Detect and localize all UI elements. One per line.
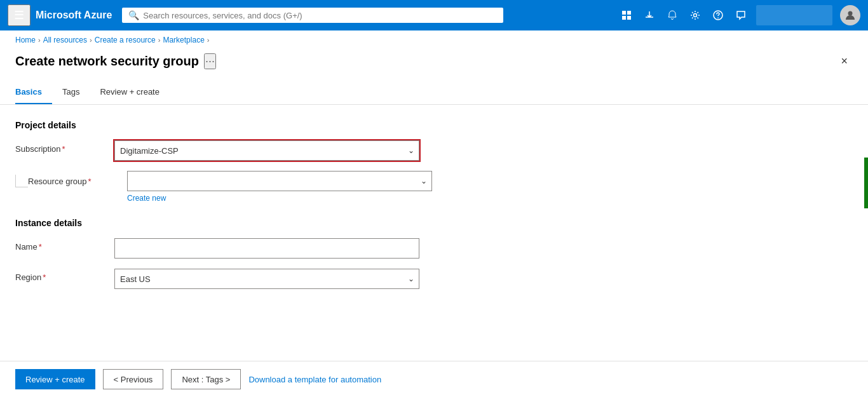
next-tags-button[interactable]: Next : Tags > <box>171 369 241 389</box>
region-required-marker: * <box>43 273 46 282</box>
topnav: ☰ Microsoft Azure 🔍 <box>0 0 868 30</box>
instance-details-section-title: Instance details <box>15 218 853 228</box>
green-status-indicator <box>864 158 868 208</box>
account-bar[interactable] <box>756 5 832 25</box>
region-label: Region * <box>15 269 104 282</box>
subscription-required-marker: * <box>62 144 65 154</box>
azure-logo: Microsoft Azure <box>36 10 112 21</box>
region-select[interactable]: East US West US East US 2 West Europe <box>114 269 419 289</box>
subscription-form-group: Subscription * Digitamize-CSP ⌄ <box>15 140 853 161</box>
region-form-group: Region * East US West US East US 2 West … <box>15 269 853 289</box>
notifications-icon-button[interactable] <box>662 6 682 24</box>
subscription-label: Subscription * <box>15 140 104 154</box>
resource-group-select-wrapper: ⌄ <box>127 171 432 191</box>
name-required-marker: * <box>39 242 42 252</box>
breadcrumb: Home › All resources › Create a resource… <box>0 30 868 50</box>
resource-group-required-marker: * <box>88 177 92 186</box>
form-content: Project details Subscription * Digitamiz… <box>0 105 868 314</box>
more-options-button[interactable]: ··· <box>204 53 216 69</box>
footer: Review + create < Previous Next : Tags >… <box>0 361 868 397</box>
svg-point-4 <box>694 14 697 17</box>
svg-rect-3 <box>627 16 631 20</box>
tabs: Basics Tags Review + create <box>0 81 868 105</box>
name-form-group: Name * <box>15 238 853 259</box>
name-input[interactable] <box>114 238 419 259</box>
download-template-link[interactable]: Download a template for automation <box>248 375 381 384</box>
breadcrumb-home[interactable]: Home <box>15 36 36 44</box>
resource-group-control-wrapper: ⌄ Create new <box>127 171 432 203</box>
instance-details-section: Instance details Name * Region * <box>15 218 853 289</box>
breadcrumb-all-resources[interactable]: All resources <box>43 36 87 44</box>
page-title-row: Create network security group ··· <box>15 53 216 69</box>
hamburger-menu-button[interactable]: ☰ <box>8 4 31 26</box>
review-create-button[interactable]: Review + create <box>15 369 95 389</box>
svg-point-6 <box>848 11 853 16</box>
region-select-wrapper: East US West US East US 2 West Europe ⌄ <box>114 269 419 289</box>
avatar[interactable] <box>840 5 860 25</box>
feedback-icon-button[interactable] <box>731 6 751 24</box>
subscription-select-wrapper: Digitamize-CSP ⌄ <box>114 140 419 161</box>
breadcrumb-create-resource[interactable]: Create a resource <box>95 36 156 44</box>
tab-tags[interactable]: Tags <box>52 81 90 104</box>
search-icon: 🔍 <box>128 10 139 20</box>
svg-rect-1 <box>627 11 631 15</box>
cloud-upload-icon-button[interactable] <box>639 6 660 24</box>
page-title: Create network security group <box>15 54 199 69</box>
name-label: Name * <box>15 238 104 252</box>
settings-icon-button[interactable] <box>685 6 705 24</box>
main-wrapper: Home › All resources › Create a resource… <box>0 30 868 397</box>
previous-button[interactable]: < Previous <box>103 369 164 389</box>
svg-rect-2 <box>622 16 626 20</box>
resource-group-label: Resource group * <box>28 171 117 187</box>
tab-basics[interactable]: Basics <box>15 81 52 104</box>
portal-icon-button[interactable] <box>616 6 637 24</box>
region-control-wrapper: East US West US East US 2 West Europe ⌄ <box>114 269 419 289</box>
page-header: Create network security group ··· × <box>0 50 868 81</box>
breadcrumb-sep-3: › <box>158 36 161 44</box>
svg-rect-0 <box>622 11 626 15</box>
create-new-link[interactable]: Create new <box>127 194 166 203</box>
subscription-select[interactable]: Digitamize-CSP <box>114 140 419 161</box>
help-icon-button[interactable] <box>708 6 728 24</box>
name-control-wrapper <box>114 238 419 259</box>
resource-group-row: Resource group * ⌄ Create new <box>15 171 853 203</box>
tab-review-create[interactable]: Review + create <box>90 81 170 104</box>
close-button[interactable]: × <box>836 52 853 71</box>
breadcrumb-sep-1: › <box>38 36 41 44</box>
breadcrumb-sep-2: › <box>90 36 92 44</box>
project-details-section-title: Project details <box>15 120 853 130</box>
breadcrumb-sep-4: › <box>207 36 210 44</box>
search-input[interactable] <box>143 11 497 20</box>
topnav-icons <box>616 5 860 25</box>
subscription-control-wrapper: Digitamize-CSP ⌄ <box>114 140 419 161</box>
search-bar: 🔍 <box>122 8 503 23</box>
resource-group-select[interactable] <box>127 171 432 191</box>
breadcrumb-marketplace[interactable]: Marketplace <box>163 36 204 44</box>
